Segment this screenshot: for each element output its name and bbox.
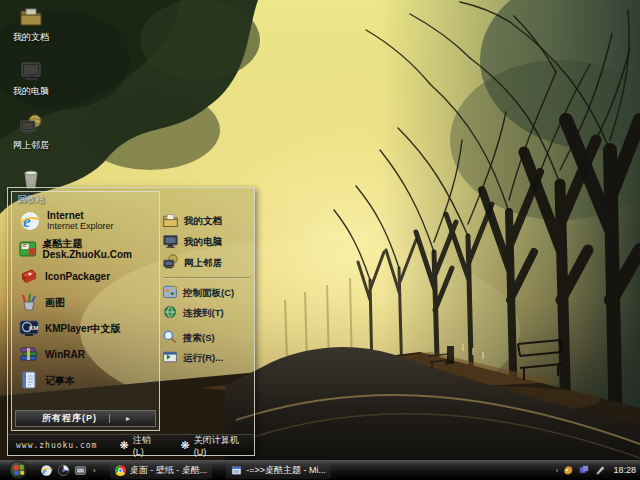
menu-item-label: WinRAR [45, 349, 85, 360]
start-button[interactable] [10, 462, 27, 479]
quicklaunch-mail-icon[interactable] [74, 464, 87, 477]
all-programs-arrow-icon: ▸ [126, 414, 130, 423]
log-off-button[interactable]: ❋ 注销(L) [119, 434, 158, 457]
menu-item-winrar[interactable]: WinRAR [12, 341, 159, 367]
winrar-icon [19, 344, 39, 364]
taskbar-task-wallpaper-page[interactable]: 桌面 - 壁纸 - 桌酷... [110, 462, 213, 479]
svg-text:e: e [23, 212, 31, 231]
all-programs-divider [109, 414, 110, 423]
menu-item-connect-to[interactable]: 连接到(T) [162, 302, 252, 322]
menu-item-control-panel[interactable]: 控制面板(C) [162, 282, 252, 302]
run-icon [162, 349, 178, 365]
log-off-leaf-icon: ❋ [119, 440, 128, 450]
menu-item-label: 搜索(S) [183, 332, 215, 343]
taskbar-clock: 18:28 [613, 465, 636, 475]
zhuoku-theme-icon [19, 239, 37, 259]
quicklaunch-internet-explorer-icon[interactable]: e [40, 464, 53, 477]
desktop-icon-label: 我的文档 [13, 31, 49, 44]
my-documents-icon [162, 212, 179, 229]
my-computer-icon [19, 59, 43, 83]
tray-blue-app-icon[interactable] [578, 464, 590, 476]
svg-text:e: e [43, 465, 47, 475]
menu-item-label: 我的文档 [184, 215, 222, 226]
menu-item-label: 记事本 [45, 375, 75, 386]
menu-item-my-documents[interactable]: 我的文档 [162, 210, 252, 231]
turn-off-computer-button[interactable]: ❋ 关闭计算机(U) [181, 434, 246, 457]
menu-item-search[interactable]: 搜索(S) [162, 327, 252, 347]
network-places-icon [19, 113, 43, 137]
menu-item-notepad[interactable]: 记事本 [12, 367, 159, 393]
system-tray: ‹ 18:28 [556, 464, 640, 476]
quick-launch-expand-icon[interactable]: › [93, 466, 96, 475]
svg-text:KM: KM [29, 325, 38, 331]
desktop-icon-column: 我的文档 我的电脑 网上邻居 [2, 5, 60, 206]
start-menu: e Internet Internet Explorer [7, 187, 255, 456]
all-programs-label: 所有程序(P) [42, 412, 97, 425]
start-menu-places-pane: 我的文档 我的电脑 网上邻居 [162, 210, 252, 367]
control-panel-icon [162, 284, 178, 300]
desktop-icon-my-computer[interactable]: 我的电脑 [2, 59, 60, 98]
desktop-icon-label: 网上邻居 [13, 139, 49, 152]
log-off-label: 注销(L) [133, 434, 159, 457]
menu-item-label: 连接到(T) [183, 307, 224, 318]
menu-item-label: 桌酷主题Desk.ZhuoKu.Com [43, 238, 156, 260]
tray-pen-input-icon[interactable] [594, 464, 606, 476]
zhuoku-website-label: www.zhuoku.com [16, 441, 97, 450]
task-label: 桌面 - 壁纸 - 桌酷... [130, 464, 208, 477]
tray-collapse-icon[interactable]: ‹ [556, 466, 559, 475]
menu-item-label: 我的电脑 [184, 236, 222, 247]
menu-item-label: IconPackager [45, 271, 110, 282]
chrome-icon [115, 465, 126, 476]
menu-item-label: 画图 [45, 297, 65, 308]
network-places-icon [162, 254, 179, 271]
notepad-icon [19, 370, 39, 390]
menu-item-iconpackager[interactable]: IconPackager [12, 263, 159, 289]
task-label: -=>>桌酷主题 - Mi... [246, 464, 326, 477]
my-computer-icon [162, 233, 179, 250]
windows-logo-icon [13, 465, 24, 476]
menu-item-label: KMPlayer中文版 [45, 323, 121, 334]
search-icon [162, 329, 178, 345]
quicklaunch-media-player-icon[interactable] [57, 464, 70, 477]
menu-item-network-places[interactable]: 网上邻居 [162, 252, 252, 273]
menu-item-paint[interactable]: 画图 [12, 289, 159, 315]
turn-off-label: 关闭计算机(U) [194, 434, 246, 457]
my-documents-icon [19, 5, 43, 29]
desktop-icon-my-documents[interactable]: 我的文档 [2, 5, 60, 44]
taskbar-task-zhuoku-theme[interactable]: -=>>桌酷主题 - Mi... [226, 462, 331, 479]
turn-off-leaf-icon: ❋ [181, 440, 190, 450]
kmplayer-icon: KM [19, 318, 39, 338]
browser-window-icon [231, 465, 242, 476]
iconpackager-icon [19, 266, 39, 286]
quick-launch-bar: e › [40, 464, 96, 477]
tray-orange-app-icon[interactable] [562, 464, 574, 476]
menu-item-run[interactable]: 运行(R)... [162, 347, 252, 367]
menu-item-label: 网上邻居 [184, 257, 222, 268]
connect-to-icon [162, 304, 178, 320]
menu-item-internet[interactable]: e Internet Internet Explorer [12, 206, 159, 235]
desktop-icon-network-places[interactable]: 网上邻居 [2, 113, 60, 152]
desktop-icon-label: 我的电脑 [13, 85, 49, 98]
internet-explorer-icon: e [19, 210, 41, 232]
menu-item-kmplayer[interactable]: KM KMPlayer中文版 [12, 315, 159, 341]
menu-separator [164, 277, 250, 278]
paint-icon [19, 292, 39, 312]
menu-item-my-computer[interactable]: 我的电脑 [162, 231, 252, 252]
start-menu-footer: www.zhuoku.com ❋ 注销(L) ❋ 关闭计算机(U) [8, 434, 254, 455]
menu-item-label: 运行(R)... [183, 352, 223, 363]
all-programs-button[interactable]: 所有程序(P) ▸ [15, 410, 156, 427]
menu-item-label: 控制面板(C) [183, 287, 234, 298]
taskbar: e › 桌面 - 壁纸 - 桌酷... [0, 460, 640, 480]
menu-item-zhuoku-theme[interactable]: 桌酷主题Desk.ZhuoKu.Com [12, 235, 159, 263]
menu-item-label: Internet Internet Explorer [47, 210, 114, 232]
start-menu-programs-pane: e Internet Internet Explorer [11, 191, 160, 431]
desktop[interactable]: 我的文档 我的电脑 网上邻居 [0, 0, 640, 480]
